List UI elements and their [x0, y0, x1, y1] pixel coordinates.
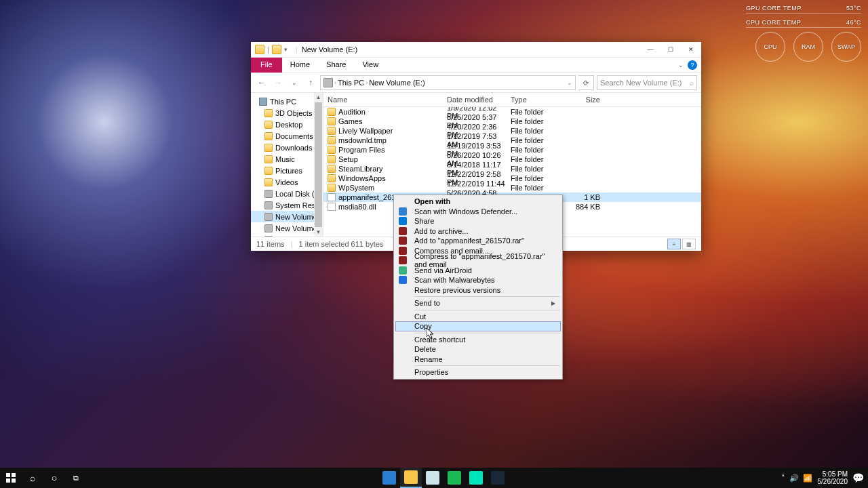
column-type[interactable]: Type	[511, 96, 562, 104]
context-menu-item[interactable]: Scan with Windows Defender...	[395, 207, 561, 217]
column-headers[interactable]: Name Date modified Type Size	[323, 93, 701, 107]
close-button[interactable]: ✕	[681, 42, 701, 57]
nav-item[interactable]: Documents	[251, 130, 323, 142]
context-menu-separator	[414, 310, 560, 310]
context-menu-item[interactable]: Copy	[395, 321, 561, 331]
file-name: Setup	[338, 155, 358, 163]
file-row[interactable]: Audition1/9/2020 12:02 PMFile folder	[323, 107, 701, 117]
tray-clock[interactable]: 5:05 PM 5/26/2020	[818, 470, 848, 485]
context-menu[interactable]: Open withScan with Windows Defender...Sh…	[393, 195, 563, 380]
nav-item[interactable]: This PC	[251, 96, 323, 107]
audition-icon	[469, 471, 483, 485]
view-details-button[interactable]: ≡	[667, 239, 681, 249]
taskbar-app-spotify[interactable]	[443, 468, 465, 488]
taskbar-app-audition[interactable]	[465, 468, 487, 488]
file-row[interactable]: msdownld.tmp1/12/2019 7:53 AMFile folder	[323, 136, 701, 145]
notifications-button[interactable]: 💬	[853, 468, 863, 488]
column-size[interactable]: Size	[562, 96, 606, 104]
file-name: msdownld.tmp	[338, 136, 387, 144]
nav-up-button[interactable]: ↑	[304, 78, 317, 87]
file-row[interactable]: WpSystem12/22/2019 11:44 ...File folder	[323, 183, 701, 192]
file-row[interactable]: WindowsApps12/22/2019 2:58 PMFile folder	[323, 174, 701, 183]
nav-item[interactable]: New Volume (F:)	[251, 222, 323, 234]
context-menu-item[interactable]: Scan with Malwarebytes	[395, 275, 561, 285]
context-menu-item[interactable]: Properties	[395, 367, 561, 378]
nav-history-button[interactable]: ⌄	[288, 79, 301, 86]
help-icon[interactable]: ?	[688, 60, 697, 70]
nav-item[interactable]: Local Disk (C:)	[251, 188, 323, 199]
taskbar[interactable]: ⌕ ○ ⧉ ˄🔊📶 5:05 PM 5/26/2020 💬	[0, 468, 868, 488]
context-menu-item[interactable]: Add to "appmanifest_261570.rar"	[395, 236, 561, 246]
context-menu-item[interactable]: Delete	[395, 344, 561, 354]
taskbar-app-explorer[interactable]	[400, 468, 422, 488]
ribbon-file-tab[interactable]: File	[251, 58, 282, 73]
folder-icon	[328, 136, 336, 144]
context-menu-label: Share	[414, 217, 434, 225]
column-date[interactable]: Date modified	[447, 96, 511, 104]
ribbon-tab[interactable]: Home	[282, 58, 318, 73]
taskbar-app-steam[interactable]	[487, 468, 509, 488]
context-menu-item[interactable]: Send via AirDroid	[395, 266, 561, 276]
clock-date: 5/26/2020	[818, 478, 848, 485]
context-menu-item[interactable]: Add to archive...	[395, 226, 561, 237]
taskbar-app-edge[interactable]	[378, 468, 400, 488]
context-menu-item[interactable]: Open with	[395, 197, 561, 207]
search-input[interactable]: Search New Volume (E:) ⌕	[597, 75, 697, 90]
shield-icon	[398, 207, 408, 216]
ribbon-tab[interactable]: Share	[318, 58, 354, 73]
breadcrumb[interactable]: › This PC › New Volume (E:) ⌄	[320, 75, 576, 90]
context-menu-item[interactable]: Compress to "appmanifest_261570.rar" and…	[395, 256, 561, 266]
task-view-button[interactable]: ⧉	[65, 468, 87, 488]
tray-icon[interactable]: 📶	[803, 474, 812, 483]
breadcrumb-dropdown-icon[interactable]: ⌄	[567, 79, 572, 86]
titlebar[interactable]: | ▾ | New Volume (E:) — ☐ ✕	[251, 42, 701, 58]
breadcrumb-seg[interactable]: New Volume (E:)	[369, 79, 425, 87]
file-row[interactable]: Lively Wallpaper4/20/2020 2:36 PMFile fo…	[323, 126, 701, 136]
nav-item[interactable]: Pictures	[251, 165, 323, 176]
svg-rect-1	[12, 473, 16, 477]
cortana-button[interactable]: ○	[43, 468, 65, 488]
nav-forward-button[interactable]: →	[271, 78, 285, 87]
context-menu-item[interactable]: Share	[395, 216, 561, 226]
context-menu-item[interactable]: Create shortcut	[395, 335, 561, 345]
ribbon-tab[interactable]: View	[354, 58, 387, 73]
nav-back-button[interactable]: ←	[255, 78, 269, 87]
context-menu-item[interactable]: Rename	[395, 354, 561, 365]
file-type: File folder	[511, 136, 562, 144]
context-menu-item[interactable]: Send to▶	[395, 298, 561, 308]
context-menu-label: Add to "appmanifest_261570.rar"	[414, 237, 524, 245]
nav-item[interactable]: 3D Objects	[251, 107, 323, 119]
navpane-scrollbar[interactable]: ▲ ▼	[314, 93, 323, 237]
breadcrumb-seg[interactable]: This PC	[338, 79, 364, 87]
nav-item[interactable]: New Volume (E:)	[251, 211, 323, 222]
context-menu-item[interactable]: Restore previous versions	[395, 285, 561, 296]
nav-item[interactable]: Downloads	[251, 142, 323, 153]
nav-item[interactable]: System Reserved	[251, 199, 323, 211]
folder-icon	[264, 178, 273, 186]
column-name[interactable]: Name	[328, 96, 447, 104]
folder-icon	[264, 132, 273, 140]
tray-icon[interactable]: ˄	[781, 474, 785, 483]
taskbar-app-notepad[interactable]	[422, 468, 443, 488]
maximize-button[interactable]: ☐	[660, 42, 681, 57]
nav-item[interactable]: Desktop	[251, 119, 323, 130]
tray-icon[interactable]: 🔊	[789, 474, 799, 483]
ribbon-expand-icon[interactable]: ⌄	[678, 62, 684, 68]
view-thumbnails-button[interactable]: ▦	[682, 239, 696, 249]
context-menu-item[interactable]: Cut	[395, 312, 561, 322]
file-row[interactable]: Games5/25/2020 5:37 PMFile folder	[323, 117, 701, 126]
start-button[interactable]	[0, 468, 22, 488]
file-row[interactable]: Program Files12/19/2019 3:53 PMFile fold…	[323, 145, 701, 155]
navigation-pane[interactable]: This PC3D ObjectsDesktopDocumentsDownloa…	[251, 93, 323, 237]
qat-folder-icon[interactable]	[272, 45, 281, 54]
nav-item[interactable]: Videos	[251, 176, 323, 188]
refresh-button[interactable]: ⟳	[578, 75, 594, 90]
file-icon	[328, 193, 336, 201]
file-row[interactable]: SteamLibrary8/14/2018 11:17 PMFile folde…	[323, 164, 701, 174]
nav-item[interactable]: Music	[251, 153, 323, 165]
pc-icon	[259, 98, 267, 106]
nav-item[interactable]: Local Disk (G:)	[251, 234, 323, 237]
search-button[interactable]: ⌕	[22, 468, 43, 488]
file-row[interactable]: Setup5/26/2020 10:26 AMFile folder	[323, 155, 701, 164]
minimize-button[interactable]: —	[640, 42, 660, 57]
